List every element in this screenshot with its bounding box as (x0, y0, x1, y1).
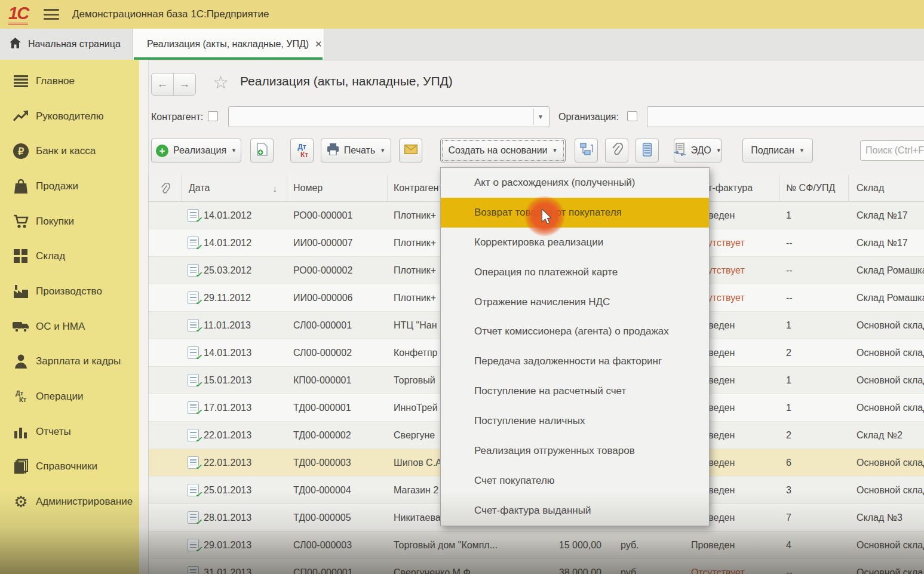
sidebar-item-manager[interactable]: Руководителю (0, 103, 139, 130)
trend-icon (12, 108, 30, 125)
sidebar-item-operations[interactable]: Дт Кт Операции (0, 383, 139, 410)
create-realization-button[interactable]: + Реализация ▼ (151, 139, 241, 162)
window-titlebar: 1С Демонстрационная база 1С:Предприятие (0, 0, 924, 29)
sidebar-item-payroll[interactable]: Зарплата и кадры (0, 348, 139, 375)
signed-button[interactable]: Подписан ▼ (742, 139, 813, 162)
menu-item-buyer-invoice[interactable]: Счет покупателю (441, 466, 709, 496)
section-sidebar: Главное Руководителю ₽ Банк и касса Прод… (0, 60, 139, 574)
mouse-cursor-icon (539, 209, 554, 227)
list-settings-button[interactable] (636, 139, 659, 162)
attachments-button[interactable] (605, 139, 628, 162)
page-title: Реализация (акты, накладные, УПД) (240, 74, 453, 88)
sidebar-item-label: Покупки (36, 216, 74, 228)
app-window: 1С Демонстрационная база 1С:Предприятие … (0, 0, 924, 574)
counterparty-checkbox[interactable] (208, 111, 218, 121)
organization-checkbox[interactable] (627, 111, 637, 121)
tab-home[interactable]: Начальная страница (0, 29, 133, 60)
paperclip-icon (611, 143, 623, 158)
sidebar-item-main[interactable]: Главное (0, 68, 139, 94)
menu-item-shipped-goods[interactable]: Реализация отгруженных товаров (441, 436, 709, 466)
structure-button[interactable] (575, 139, 598, 162)
edo-button[interactable]: ЭДО ▼ (674, 139, 722, 162)
paperclip-icon (160, 183, 170, 194)
sidebar-item-administration[interactable]: ⚙ Администрирование (0, 489, 139, 515)
chevron-down-icon[interactable]: ▼ (533, 109, 547, 125)
dtkt-button[interactable]: ДтКт (290, 139, 314, 162)
date-column-header[interactable]: Дата↓ (182, 175, 287, 201)
sidebar-item-label: Руководителю (36, 110, 103, 122)
structure-icon (580, 143, 593, 158)
cart-icon (12, 213, 30, 231)
sidebar-item-warehouse[interactable]: Склад (0, 243, 139, 269)
sidebar-item-purchases[interactable]: Покупки (0, 208, 139, 235)
menu-item-discrepancy-act[interactable]: Акт о расхождениях (полученный) (441, 168, 709, 198)
organization-input[interactable] (647, 106, 924, 127)
menu-item-card-operation[interactable]: Операция по платежной карте (441, 257, 709, 287)
posted-document-icon (188, 429, 199, 441)
new-document-icon (257, 143, 268, 158)
posted-document-icon (188, 264, 199, 277)
plus-icon: + (156, 145, 168, 157)
edo-label: ЭДО (690, 145, 711, 156)
chevron-down-icon: ▼ (380, 148, 385, 154)
menu-lines-icon (12, 72, 30, 90)
search-input[interactable] (860, 140, 924, 161)
tab-close-icon[interactable]: ✕ (315, 39, 323, 50)
grid-icon (12, 247, 30, 265)
truck-icon (12, 318, 30, 336)
tab-realization[interactable]: Реализация (акты, накладные, УПД) ✕ (133, 29, 324, 60)
posted-document-icon (188, 374, 199, 386)
print-button[interactable]: Печать ▼ (321, 139, 391, 162)
table-row[interactable]: 31.01.2013 СП00-000001 Свергуненко М.Ф. … (149, 559, 924, 574)
gear-icon: ⚙ (12, 493, 30, 511)
envelope-icon (404, 145, 418, 156)
sidebar-item-sales[interactable]: Продажи (0, 173, 139, 199)
sidebar-item-bank-cash[interactable]: ₽ Банк и касса (0, 138, 139, 164)
sidebar-item-production[interactable]: Производство (0, 278, 139, 305)
sidebar-item-label: Продажи (36, 180, 78, 192)
menu-item-issued-invoice[interactable]: Счет-фактура выданный (441, 496, 709, 526)
sidebar-item-fixed-assets[interactable]: ОС и НМА (0, 314, 139, 340)
tab-realization-label: Реализация (акты, накладные, УПД) (147, 39, 309, 50)
forward-button[interactable]: → (174, 73, 195, 95)
factory-icon (12, 283, 30, 300)
sidebar-item-label: Производство (36, 286, 102, 297)
warehouse-column-header[interactable]: Склад (849, 175, 924, 201)
print-label: Печать (344, 145, 375, 156)
menu-item-sales-correction[interactable]: Корректировка реализации (441, 228, 709, 257)
sidebar-item-directories[interactable]: Справочники (0, 453, 139, 480)
attachment-column-header[interactable] (149, 175, 182, 201)
history-nav: ← → (151, 73, 196, 96)
organization-label: Организация: (558, 112, 619, 122)
favorite-star-icon[interactable]: ☆ (213, 72, 229, 93)
mail-button[interactable] (399, 139, 422, 162)
counterparty-label: Контрагент: (151, 112, 203, 122)
counterparty-select[interactable]: ▼ (228, 106, 550, 127)
ruble-icon: ₽ (12, 142, 30, 160)
menu-item-factoring[interactable]: Передача задолженности на факторинг (441, 346, 709, 376)
dtkt-icon: ДтКт (296, 143, 308, 158)
table-row[interactable]: 29.01.2013 СЛ00-000003 Торговый дом "Ком… (149, 532, 924, 559)
sidebar-item-label: Справочники (36, 461, 97, 472)
posted-document-icon (188, 566, 199, 574)
sidebar-item-reports[interactable]: Отчеты (0, 419, 139, 445)
menu-item-goods-return[interactable]: Возврат товаров от покупателя (441, 198, 709, 228)
posted-document-icon (188, 291, 199, 304)
create-based-on-button[interactable]: Создать на основании ▼ (440, 139, 566, 162)
posted-document-icon (188, 511, 199, 524)
main-menu-icon[interactable] (44, 9, 59, 20)
menu-item-commission-report[interactable]: Отчет комиссионера (агента) о продажах (441, 317, 709, 346)
sidebar-item-label: Операции (36, 391, 84, 403)
window-title: Демонстрационная база 1С:Предприятие (72, 8, 269, 20)
sidebar-item-label: Администрирование (36, 496, 133, 508)
sf-number-column-header[interactable]: № СФ/УПД (780, 175, 849, 201)
menu-item-vat-accrual[interactable]: Отражение начисления НДС (441, 287, 709, 317)
printer-icon (327, 143, 339, 158)
number-column-header[interactable]: Номер (287, 175, 388, 201)
menu-item-bank-receipt[interactable]: Поступление на расчетный счет (441, 376, 709, 406)
copy-document-button[interactable] (250, 139, 274, 162)
back-button[interactable]: ← (152, 73, 174, 95)
menu-item-cash-receipt[interactable]: Поступление наличных (441, 406, 709, 436)
posted-document-icon (188, 539, 199, 551)
chevron-down-icon: ▼ (552, 148, 558, 154)
